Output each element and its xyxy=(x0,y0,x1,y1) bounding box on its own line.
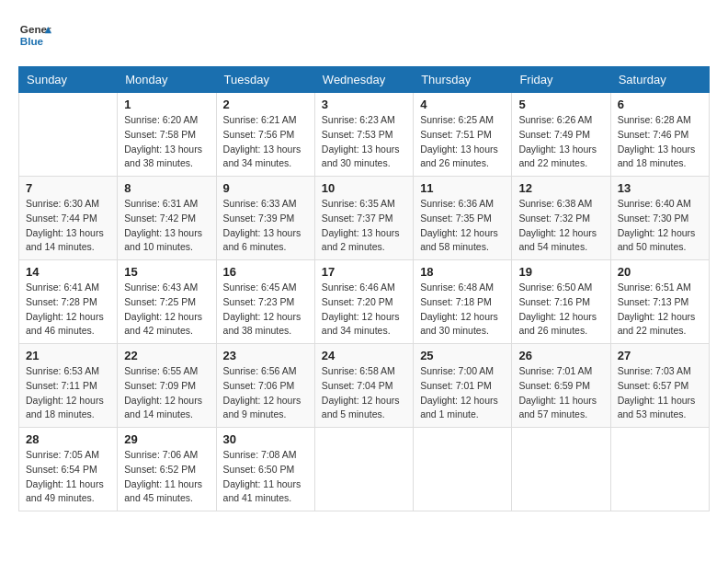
calendar-week-row: 7Sunrise: 6:30 AMSunset: 7:44 PMDaylight… xyxy=(19,177,710,260)
day-info: Sunrise: 6:51 AMSunset: 7:13 PMDaylight:… xyxy=(618,281,702,339)
calendar-day-cell: 1Sunrise: 6:20 AMSunset: 7:58 PMDaylight… xyxy=(118,93,216,177)
day-number: 2 xyxy=(223,98,308,111)
calendar-day-cell: 17Sunrise: 6:46 AMSunset: 7:20 PMDayligh… xyxy=(314,260,413,344)
day-number: 27 xyxy=(618,349,702,362)
calendar-day-cell: 9Sunrise: 6:33 AMSunset: 7:39 PMDaylight… xyxy=(216,177,314,260)
calendar-day-cell: 7Sunrise: 6:30 AMSunset: 7:44 PMDaylight… xyxy=(19,177,118,260)
day-number: 4 xyxy=(420,98,505,111)
day-number: 7 xyxy=(26,181,110,195)
calendar-day-cell xyxy=(512,428,610,511)
day-info: Sunrise: 7:01 AMSunset: 6:59 PMDaylight:… xyxy=(518,364,603,422)
day-info: Sunrise: 6:55 AMSunset: 7:09 PMDaylight:… xyxy=(124,364,209,422)
weekday-header-cell: Friday xyxy=(512,67,610,93)
weekday-header-cell: Tuesday xyxy=(216,67,314,93)
calendar-day-cell: 13Sunrise: 6:40 AMSunset: 7:30 PMDayligh… xyxy=(610,177,709,260)
calendar-day-cell: 2Sunrise: 6:21 AMSunset: 7:56 PMDaylight… xyxy=(216,93,314,177)
day-info: Sunrise: 6:43 AMSunset: 7:25 PMDaylight:… xyxy=(124,281,209,339)
calendar-day-cell: 11Sunrise: 6:36 AMSunset: 7:35 PMDayligh… xyxy=(414,177,512,260)
calendar-day-cell: 24Sunrise: 6:58 AMSunset: 7:04 PMDayligh… xyxy=(314,344,413,428)
day-info: Sunrise: 6:30 AMSunset: 7:44 PMDaylight:… xyxy=(26,197,110,255)
day-info: Sunrise: 6:35 AMSunset: 7:37 PMDaylight:… xyxy=(322,197,406,255)
day-number: 17 xyxy=(322,265,406,279)
day-number: 24 xyxy=(322,349,406,362)
calendar-day-cell: 26Sunrise: 7:01 AMSunset: 6:59 PMDayligh… xyxy=(512,344,610,428)
day-info: Sunrise: 6:23 AMSunset: 7:53 PMDaylight:… xyxy=(322,113,406,171)
day-info: Sunrise: 6:56 AMSunset: 7:06 PMDaylight:… xyxy=(223,364,308,422)
day-number: 11 xyxy=(420,181,505,195)
day-info: Sunrise: 6:36 AMSunset: 7:35 PMDaylight:… xyxy=(420,197,505,255)
calendar-week-row: 21Sunrise: 6:53 AMSunset: 7:11 PMDayligh… xyxy=(19,344,710,428)
day-number: 29 xyxy=(124,432,209,446)
calendar-day-cell: 8Sunrise: 6:31 AMSunset: 7:42 PMDaylight… xyxy=(118,177,216,260)
day-number: 1 xyxy=(124,98,209,111)
day-info: Sunrise: 6:31 AMSunset: 7:42 PMDaylight:… xyxy=(124,197,209,255)
day-number: 9 xyxy=(223,181,308,195)
calendar-day-cell: 16Sunrise: 6:45 AMSunset: 7:23 PMDayligh… xyxy=(216,260,314,344)
calendar-day-cell: 27Sunrise: 7:03 AMSunset: 6:57 PMDayligh… xyxy=(610,344,709,428)
calendar-day-cell: 5Sunrise: 6:26 AMSunset: 7:49 PMDaylight… xyxy=(512,93,610,177)
day-number: 5 xyxy=(518,98,603,111)
logo: General Blue xyxy=(18,18,51,52)
calendar-day-cell: 28Sunrise: 7:05 AMSunset: 6:54 PMDayligh… xyxy=(19,428,118,511)
day-number: 10 xyxy=(322,181,406,195)
calendar-day-cell: 14Sunrise: 6:41 AMSunset: 7:28 PMDayligh… xyxy=(19,260,118,344)
day-info: Sunrise: 6:40 AMSunset: 7:30 PMDaylight:… xyxy=(618,197,702,255)
day-info: Sunrise: 6:53 AMSunset: 7:11 PMDaylight:… xyxy=(26,364,110,422)
day-info: Sunrise: 7:05 AMSunset: 6:54 PMDaylight:… xyxy=(26,448,110,506)
calendar-day-cell: 25Sunrise: 7:00 AMSunset: 7:01 PMDayligh… xyxy=(414,344,512,428)
day-number: 14 xyxy=(26,265,110,279)
day-info: Sunrise: 7:08 AMSunset: 6:50 PMDaylight:… xyxy=(223,448,308,506)
day-number: 6 xyxy=(618,98,702,111)
day-number: 28 xyxy=(26,432,110,446)
calendar-day-cell xyxy=(610,428,709,511)
calendar-day-cell xyxy=(19,93,118,177)
day-info: Sunrise: 7:00 AMSunset: 7:01 PMDaylight:… xyxy=(420,364,505,422)
day-number: 13 xyxy=(618,181,702,195)
calendar-day-cell: 4Sunrise: 6:25 AMSunset: 7:51 PMDaylight… xyxy=(414,93,512,177)
day-number: 21 xyxy=(26,349,110,362)
day-info: Sunrise: 6:50 AMSunset: 7:16 PMDaylight:… xyxy=(518,281,603,339)
calendar-day-cell: 23Sunrise: 6:56 AMSunset: 7:06 PMDayligh… xyxy=(216,344,314,428)
day-info: Sunrise: 6:20 AMSunset: 7:58 PMDaylight:… xyxy=(124,113,209,171)
day-info: Sunrise: 6:58 AMSunset: 7:04 PMDaylight:… xyxy=(322,364,406,422)
calendar-day-cell: 20Sunrise: 6:51 AMSunset: 7:13 PMDayligh… xyxy=(610,260,709,344)
calendar-day-cell xyxy=(314,428,413,511)
calendar-body: 1Sunrise: 6:20 AMSunset: 7:58 PMDaylight… xyxy=(19,93,710,511)
calendar-week-row: 14Sunrise: 6:41 AMSunset: 7:28 PMDayligh… xyxy=(19,260,710,344)
calendar-day-cell: 29Sunrise: 7:06 AMSunset: 6:52 PMDayligh… xyxy=(118,428,216,511)
day-info: Sunrise: 6:48 AMSunset: 7:18 PMDaylight:… xyxy=(420,281,505,339)
day-number: 26 xyxy=(518,349,603,362)
day-number: 8 xyxy=(124,181,209,195)
day-number: 30 xyxy=(223,432,308,446)
day-info: Sunrise: 7:03 AMSunset: 6:57 PMDaylight:… xyxy=(618,364,702,422)
calendar-day-cell: 6Sunrise: 6:28 AMSunset: 7:46 PMDaylight… xyxy=(610,93,709,177)
calendar-day-cell: 12Sunrise: 6:38 AMSunset: 7:32 PMDayligh… xyxy=(512,177,610,260)
logo-icon: General Blue xyxy=(18,18,51,52)
day-number: 16 xyxy=(223,265,308,279)
calendar-day-cell: 18Sunrise: 6:48 AMSunset: 7:18 PMDayligh… xyxy=(414,260,512,344)
weekday-header-cell: Monday xyxy=(118,67,216,93)
day-info: Sunrise: 6:21 AMSunset: 7:56 PMDaylight:… xyxy=(223,113,308,171)
day-info: Sunrise: 6:41 AMSunset: 7:28 PMDaylight:… xyxy=(26,281,110,339)
calendar-table: SundayMondayTuesdayWednesdayThursdayFrid… xyxy=(18,66,710,511)
calendar-week-row: 1Sunrise: 6:20 AMSunset: 7:58 PMDaylight… xyxy=(19,93,710,177)
day-number: 18 xyxy=(420,265,505,279)
calendar-week-row: 28Sunrise: 7:05 AMSunset: 6:54 PMDayligh… xyxy=(19,428,710,511)
day-info: Sunrise: 6:33 AMSunset: 7:39 PMDaylight:… xyxy=(223,197,308,255)
calendar-day-cell: 30Sunrise: 7:08 AMSunset: 6:50 PMDayligh… xyxy=(216,428,314,511)
day-number: 22 xyxy=(124,349,209,362)
day-info: Sunrise: 6:28 AMSunset: 7:46 PMDaylight:… xyxy=(618,113,702,171)
calendar-day-cell xyxy=(414,428,512,511)
day-number: 19 xyxy=(518,265,603,279)
weekday-header-cell: Wednesday xyxy=(314,67,413,93)
day-info: Sunrise: 6:26 AMSunset: 7:49 PMDaylight:… xyxy=(518,113,603,171)
day-info: Sunrise: 7:06 AMSunset: 6:52 PMDaylight:… xyxy=(124,448,209,506)
day-number: 25 xyxy=(420,349,505,362)
day-number: 12 xyxy=(518,181,603,195)
day-info: Sunrise: 6:25 AMSunset: 7:51 PMDaylight:… xyxy=(420,113,505,171)
day-info: Sunrise: 6:46 AMSunset: 7:20 PMDaylight:… xyxy=(322,281,406,339)
day-number: 3 xyxy=(322,98,406,111)
calendar-day-cell: 15Sunrise: 6:43 AMSunset: 7:25 PMDayligh… xyxy=(118,260,216,344)
day-info: Sunrise: 6:45 AMSunset: 7:23 PMDaylight:… xyxy=(223,281,308,339)
day-number: 15 xyxy=(124,265,209,279)
